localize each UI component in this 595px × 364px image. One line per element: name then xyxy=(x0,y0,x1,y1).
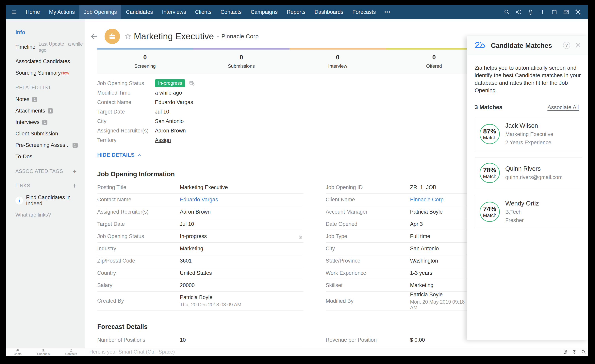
sidebar-item-attachments[interactable]: Attachments 1 xyxy=(15,108,85,114)
field-label: Client Name xyxy=(326,197,410,203)
channels-button[interactable]: Channels xyxy=(37,349,50,355)
what-are-links[interactable]: What are links? xyxy=(15,212,85,218)
stage-interview[interactable]: 0 Interview xyxy=(290,49,386,73)
history-button[interactable] xyxy=(570,348,579,356)
interviews-label: Interviews xyxy=(15,119,40,125)
nav-more-button[interactable]: ••• xyxy=(380,5,394,19)
associate-all-link[interactable]: Associate All xyxy=(547,104,579,110)
close-icon[interactable] xyxy=(575,42,581,48)
field-row: Salary20000 xyxy=(97,279,303,292)
related-list-header: RELATED LIST xyxy=(15,85,77,90)
nav-item-campaigns[interactable]: Campaigns xyxy=(246,5,282,19)
nav-item-contacts[interactable]: Contacts xyxy=(216,5,246,19)
stage-screening[interactable]: 0 Screening xyxy=(97,49,193,73)
match-card[interactable]: 87% Match Jack Wilson Marketing Executiv… xyxy=(475,117,582,151)
panel-body: Zia helps you to automatically screen an… xyxy=(467,55,588,229)
zia-logo-icon xyxy=(474,41,487,49)
client-name-link[interactable]: Pinnacle Corp xyxy=(410,197,473,203)
status-badge: In-progress xyxy=(155,79,185,87)
field-row: Target DateJul 10 xyxy=(97,218,303,230)
field-label: Job Opening ID xyxy=(326,184,410,191)
plus-icon[interactable] xyxy=(539,9,545,15)
stage-label: Screening xyxy=(134,63,156,69)
lock-icon xyxy=(298,234,303,240)
field-label: Work Experience xyxy=(326,270,410,276)
mail-icon[interactable] xyxy=(563,9,569,15)
search-icon[interactable] xyxy=(504,9,510,15)
field-value: Patricia Boyle xyxy=(180,294,303,300)
field-label: Modified By xyxy=(326,298,410,304)
assign-territory-link[interactable]: Assign xyxy=(155,137,171,143)
nav-item-clients[interactable]: Clients xyxy=(191,5,216,19)
match-card[interactable]: 78% Match Quinn Rivers quinn.rivers@gmai… xyxy=(475,158,582,188)
field-value: Marketing xyxy=(180,246,303,252)
sidebar-item-interviews[interactable]: Interviews 1 xyxy=(15,119,85,125)
star-icon[interactable] xyxy=(124,33,131,40)
match-percent: 87% xyxy=(483,128,496,135)
bell-icon[interactable] xyxy=(527,9,534,15)
smart-chat-input[interactable] xyxy=(89,349,561,355)
field-value: United States xyxy=(180,270,303,276)
megaphone-icon[interactable] xyxy=(516,9,522,15)
chats-button[interactable]: Chats xyxy=(14,349,21,355)
count-badge: 1 xyxy=(48,108,53,114)
field-label: Territory xyxy=(97,137,155,143)
field-label: Zip/Postal Code xyxy=(97,258,180,264)
stage-submissions[interactable]: 0 Submissions xyxy=(193,49,290,73)
contacts-button[interactable]: Contacts xyxy=(65,349,77,355)
candidate-matches-panel: Candidate Matches ? Zia helps you to aut… xyxy=(467,36,588,340)
field-value: Patricia Boyle xyxy=(410,209,473,215)
sidebar-item-info[interactable]: Info xyxy=(15,29,85,35)
nav-item-forecasts[interactable]: Forecasts xyxy=(348,5,380,19)
help-icon[interactable]: ? xyxy=(563,42,570,49)
field-row: Modified By Patricia BoyleMon, 20 May 20… xyxy=(326,292,473,311)
left-sidebar: Info Timeline Last Update : a while ago … xyxy=(6,19,85,348)
status-history-icon[interactable] xyxy=(189,80,195,86)
sidebar-item-associated-candidates[interactable]: Associated Candidates xyxy=(15,58,85,65)
match-card[interactable]: 74% Match Wendy Ortiz B.Tech Fresher xyxy=(475,195,582,229)
nav-item-candidates[interactable]: Candidates xyxy=(121,5,157,19)
match-score-ring: 78% Match xyxy=(480,163,500,183)
candidate-detail: Marketing Executive xyxy=(505,131,553,137)
candidate-name[interactable]: Jack Wilson xyxy=(505,122,553,129)
sourcing-label: Sourcing Summary xyxy=(15,70,61,76)
hamburger-menu-icon[interactable] xyxy=(11,5,17,19)
field-row: Actual Revenue xyxy=(326,346,473,348)
tools-icon[interactable] xyxy=(575,9,581,15)
calendar-icon[interactable]: 31 xyxy=(551,9,558,15)
add-link-icon[interactable]: + xyxy=(73,182,77,190)
field-row: Posting TitleMarketing Executive xyxy=(97,181,303,194)
add-tag-icon[interactable]: + xyxy=(73,168,77,175)
bottom-bar: Chats Channels Contacts xyxy=(6,348,588,356)
field-row: Revenue per Position$ 0.00 xyxy=(326,334,473,346)
nav-item-my-actions[interactable]: My Actions xyxy=(44,5,79,19)
sidebar-item-todos[interactable]: To-Dos xyxy=(15,154,85,160)
nav-item-interviews[interactable]: Interviews xyxy=(157,5,191,19)
sidebar-item-client-submission[interactable]: Client Submission xyxy=(15,131,85,137)
nav-item-home[interactable]: Home xyxy=(21,5,44,19)
sidebar-item-sourcing-summary[interactable]: Sourcing Summary New xyxy=(15,70,85,76)
candidate-name[interactable]: Quinn Rivers xyxy=(505,165,563,172)
contact-name-link[interactable]: Eduardo Vargas xyxy=(180,197,303,203)
stage-count: 0 xyxy=(336,54,339,61)
reminders-button[interactable] xyxy=(561,348,570,356)
field-value: In-progress xyxy=(180,233,303,240)
zoom-search-button[interactable] xyxy=(579,348,588,356)
history-clock-icon xyxy=(572,349,577,355)
sidebar-item-timeline[interactable]: Timeline Last Update : a while ago xyxy=(15,41,85,53)
field-label: Target Date xyxy=(97,109,155,115)
sidebar-item-pre-screening[interactable]: Pre-Screening Asses... 1 xyxy=(15,142,85,148)
back-arrow-icon[interactable] xyxy=(90,32,98,41)
field-value: ZR_1_JOB xyxy=(410,184,473,191)
briefcase-icon xyxy=(105,29,120,44)
sidebar-item-indeed[interactable]: i Find Candidates in Indeed xyxy=(15,194,85,207)
field-row: Work Experience1-3 years xyxy=(326,267,473,279)
hide-details-label: HIDE DETAILS xyxy=(97,152,135,158)
nav-item-job-openings[interactable]: Job Openings xyxy=(79,5,121,19)
zia-description: Zia helps you to automatically screen an… xyxy=(475,64,582,94)
nav-item-reports[interactable]: Reports xyxy=(282,5,310,19)
sidebar-item-notes[interactable]: Notes 1 xyxy=(15,96,85,103)
field-row: Created By Patricia BoyleThu, 20 Dec 201… xyxy=(97,292,303,310)
nav-item-dashboards[interactable]: Dashboards xyxy=(310,5,348,19)
candidate-name[interactable]: Wendy Ortiz xyxy=(505,200,539,207)
